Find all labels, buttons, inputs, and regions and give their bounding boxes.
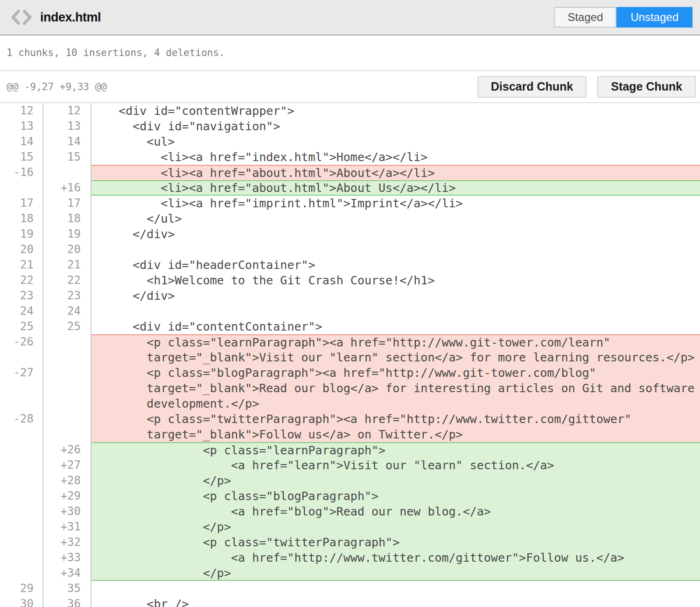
code-line: <p class="learnParagraph"><a href="http:… — [91, 334, 700, 350]
code-line: </p> — [91, 519, 700, 535]
new-line-number — [43, 165, 91, 180]
old-line-number — [0, 488, 43, 504]
old-line-number: -16 — [0, 165, 43, 180]
new-line-number — [43, 427, 91, 442]
old-line-number: -28 — [0, 411, 43, 427]
old-line-number — [0, 473, 43, 488]
code-line: </ul> — [91, 211, 700, 226]
code-line: <a href="http://www.twitter.com/gittower… — [91, 550, 700, 565]
new-line-number: 22 — [43, 273, 91, 288]
new-line-number: 35 — [43, 581, 91, 596]
discard-chunk-button[interactable]: Discard Chunk — [477, 76, 587, 98]
old-line-number: 18 — [0, 211, 43, 226]
diff-row[interactable]: +33 <a href="http://www.twitter.com/gitt… — [0, 550, 700, 565]
new-line-number: 23 — [43, 288, 91, 304]
old-line-number — [0, 535, 43, 550]
old-line-number: 23 — [0, 288, 43, 304]
diff-row[interactable]: -28 <p class="twitterParagraph"><a href=… — [0, 411, 700, 427]
diff-row[interactable]: -16 <li><a href="about.html">About</a></… — [0, 165, 700, 180]
diff-row[interactable]: 29 35 — [0, 581, 700, 596]
code-line: </p> — [91, 473, 700, 488]
chunk-actions: Discard Chunk Stage Chunk — [477, 76, 696, 98]
code-line: <p class="blogParagraph"> — [91, 488, 700, 504]
new-line-number: +27 — [43, 458, 91, 473]
new-line-number: 24 — [43, 304, 91, 319]
diff-row[interactable]: +16 <li><a href="about.html">About Us</a… — [0, 180, 700, 196]
diff-row[interactable]: +32 <p class="twitterParagraph"> — [0, 535, 700, 550]
diff-row[interactable]: development.</p> — [0, 396, 700, 411]
old-line-number — [0, 381, 43, 396]
new-line-number: +26 — [43, 442, 91, 458]
new-line-number: 14 — [43, 134, 91, 149]
old-line-number: 29 — [0, 581, 43, 596]
new-line-number: 12 — [43, 103, 91, 119]
old-line-number — [0, 350, 43, 365]
old-line-number — [0, 427, 43, 442]
old-line-number — [0, 458, 43, 473]
new-line-number: +33 — [43, 550, 91, 565]
chunk-range: @@ -9,27 +9,33 @@ — [7, 81, 477, 92]
staged-tab[interactable]: Staged — [554, 7, 616, 28]
new-line-number: 36 — [43, 596, 91, 607]
code-line: <li><a href="about.html">About</a></li> — [91, 165, 700, 180]
new-line-number: 18 — [43, 211, 91, 226]
diff-row[interactable]: 25 25 <div id="contentContainer"> — [0, 319, 700, 334]
diff-row[interactable]: 22 22 <h1>Welcome to the Git Crash Cours… — [0, 273, 700, 288]
code-line: </div> — [91, 288, 700, 304]
chunk-header-bar: @@ -9,27 +9,33 @@ Discard Chunk Stage Ch… — [0, 71, 700, 103]
diff-row[interactable]: -27 <p class="blogParagraph"><a href="ht… — [0, 365, 700, 381]
new-line-number — [43, 381, 91, 396]
diff-row[interactable]: +31 </p> — [0, 519, 700, 535]
diff-row[interactable]: 15 15 <li><a href="index.html">Home</a><… — [0, 149, 700, 165]
new-line-number — [43, 365, 91, 381]
old-line-number — [0, 442, 43, 458]
diff-row[interactable]: +26 <p class="learnParagraph"> — [0, 442, 700, 458]
code-line: <ul> — [91, 134, 700, 149]
diff-row[interactable]: -26 <p class="learnParagraph"><a href="h… — [0, 334, 700, 350]
code-line — [91, 304, 700, 319]
old-line-number — [0, 180, 43, 196]
old-line-number: 14 — [0, 134, 43, 149]
staged-unstaged-toggle: Staged Unstaged — [554, 7, 693, 28]
old-line-number: 24 — [0, 304, 43, 319]
stage-chunk-button[interactable]: Stage Chunk — [597, 76, 696, 98]
diff-row[interactable]: +28 </p> — [0, 473, 700, 488]
diff-row[interactable]: +30 <a href="blog">Read our new blog.</a… — [0, 504, 700, 519]
old-line-number — [0, 519, 43, 535]
diff-row[interactable]: target="_blank">Read our blog</a> for in… — [0, 381, 700, 396]
diff-row[interactable]: 19 19 </div> — [0, 226, 700, 242]
unstaged-tab[interactable]: Unstaged — [616, 7, 693, 28]
diff-summary: 1 chunks, 10 insertions, 4 deletions. — [0, 35, 700, 71]
diff-row[interactable]: +29 <p class="blogParagraph"> — [0, 488, 700, 504]
diff-row[interactable]: +27 <a href="learn">Visit our "learn" se… — [0, 458, 700, 473]
old-line-number: 13 — [0, 119, 43, 134]
old-line-number: 12 — [0, 103, 43, 119]
diff-row[interactable]: 23 23 </div> — [0, 288, 700, 304]
old-line-number: 19 — [0, 226, 43, 242]
old-line-number: -26 — [0, 334, 43, 350]
diff-row[interactable]: target="_blank">Visit our "learn" sectio… — [0, 350, 700, 365]
code-line: </div> — [91, 226, 700, 242]
diff-row[interactable]: 14 14 <ul> — [0, 134, 700, 149]
diff-row[interactable]: 21 21 <div id="headerContainer"> — [0, 257, 700, 273]
old-line-number — [0, 396, 43, 411]
diff-row[interactable]: 12 12 <div id="contentWrapper"> — [0, 103, 700, 119]
diff-row[interactable]: target="_blank">Follow us</a> on Twitter… — [0, 427, 700, 442]
diff-row[interactable]: 17 17 <li><a href="imprint.html">Imprint… — [0, 196, 700, 211]
diff-row[interactable]: 13 13 <div id="navigation"> — [0, 119, 700, 134]
diff-row[interactable]: 24 24 — [0, 304, 700, 319]
new-line-number: 21 — [43, 257, 91, 273]
new-line-number — [43, 411, 91, 427]
old-line-number: 30 — [0, 596, 43, 607]
old-line-number — [0, 550, 43, 565]
diff-row[interactable]: 30 36 <br /> — [0, 596, 700, 607]
new-line-number: +16 — [43, 180, 91, 196]
code-line: target="_blank">Read our blog</a> for in… — [91, 381, 700, 396]
code-line: <div id="contentWrapper"> — [91, 103, 700, 119]
code-line: <div id="headerContainer"> — [91, 257, 700, 273]
diff-row[interactable]: 18 18 </ul> — [0, 211, 700, 226]
code-line: <li><a href="about.html">About Us</a></l… — [91, 180, 700, 196]
code-line: development.</p> — [91, 396, 700, 411]
diff-row[interactable]: +34 </p> — [0, 565, 700, 581]
diff-row[interactable]: 20 20 — [0, 242, 700, 257]
